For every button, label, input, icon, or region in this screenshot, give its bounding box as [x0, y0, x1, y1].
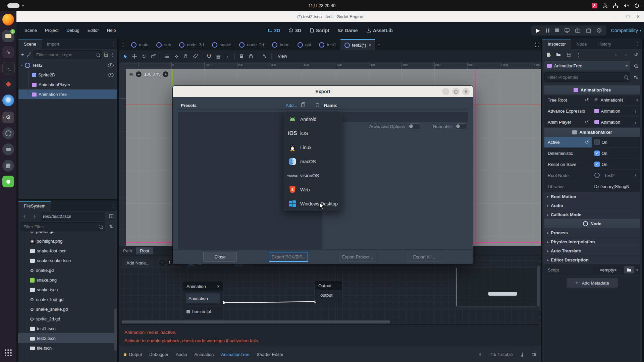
renderer-selector[interactable]: Compatibility▾	[611, 28, 641, 33]
scene-node-animationplayer[interactable]: AnimationPlayer	[18, 80, 117, 89]
scene-dock-menu-icon[interactable]: ⋮	[109, 40, 117, 48]
workspace-3d[interactable]: 3D	[289, 28, 301, 33]
green-app-dock-icon[interactable]	[2, 176, 14, 187]
network-icon[interactable]	[613, 3, 618, 8]
file-row[interactable]: ⚙snake_snake.gd	[18, 304, 117, 314]
group-root-motion[interactable]: ▸Root Motion	[544, 192, 640, 201]
window-minimize-button[interactable]: —	[615, 14, 620, 19]
expand-viewport-icon[interactable]	[533, 39, 541, 50]
nav-forward-icon[interactable]: ›	[31, 212, 39, 220]
graph-horizontal-scrollbar[interactable]	[122, 320, 390, 323]
menu-project[interactable]: Project	[42, 26, 62, 35]
pivot-tool-icon[interactable]: ⊹	[172, 52, 180, 60]
play-button[interactable]: ▶	[536, 27, 540, 34]
scene-filter-input[interactable]	[36, 52, 96, 58]
group-audio[interactable]: ▸Audio	[544, 201, 640, 210]
grid-snap-icon[interactable]: ▦	[214, 52, 222, 60]
tab-filesystem[interactable]: FileSystem	[18, 201, 51, 211]
output-graph-node[interactable]: Output output	[315, 281, 342, 303]
revert-icon[interactable]: ↺	[585, 119, 589, 125]
file-filter-input[interactable]	[23, 224, 99, 230]
export-dialog-title-bar[interactable]: Export — ▢ ✕	[173, 86, 473, 97]
new-resource-icon[interactable]	[544, 51, 552, 59]
workspace-assetlib[interactable]: AssetLib	[367, 28, 393, 33]
workspace-game[interactable]: Game	[338, 28, 358, 33]
checkbox-unchecked[interactable]	[594, 139, 600, 145]
media-dock-icon[interactable]: ∿	[2, 46, 14, 58]
scale-tool-icon[interactable]	[149, 52, 157, 60]
bottom-panel-animationtree-active[interactable]: AnimationTree	[221, 352, 249, 357]
platform-visionos[interactable]: visionOS visionOS	[284, 169, 342, 183]
group-editor-description[interactable]: ▸Editor Description	[544, 255, 640, 264]
object-history-icon[interactable]: ↺	[632, 51, 640, 59]
skeleton-options-icon[interactable]	[261, 52, 269, 60]
stop-button[interactable]	[555, 28, 559, 32]
view-menu-button[interactable]: View	[274, 52, 290, 60]
app-dock-icon-2[interactable]	[2, 143, 14, 155]
zoom-in-icon[interactable]: +	[163, 71, 168, 77]
play-scene-icon[interactable]	[575, 28, 580, 33]
group-physics-interpolation[interactable]: ▸Physics Interpolation	[544, 237, 640, 246]
pan-tool-icon[interactable]	[182, 52, 190, 60]
bottom-panel-audio[interactable]: Audio	[176, 352, 187, 357]
scene-tab-node3d[interactable]: node_3d	[175, 39, 208, 50]
category-animationmixer[interactable]: AnimationMixer	[544, 128, 640, 137]
visibility-eye-icon[interactable]	[108, 73, 114, 77]
animation-graph-node[interactable]: Animation× Animation horizontal	[183, 282, 223, 325]
export-all-button[interactable]: Export All...	[407, 252, 441, 262]
toggle-split-mode-icon[interactable]	[107, 212, 115, 220]
property-libraries[interactable]: Libraries Dictionary[StringN	[544, 181, 640, 192]
property-filter-input[interactable]	[547, 74, 624, 80]
revert-icon[interactable]: ↺	[585, 139, 589, 145]
play-custom-scene-icon[interactable]	[586, 28, 591, 33]
tab-scene[interactable]: Scene	[18, 40, 42, 49]
game-app-dock-icon[interactable]	[2, 78, 14, 90]
load-script-button[interactable]	[624, 266, 634, 274]
path-root-button[interactable]: Root	[136, 247, 153, 254]
file-row[interactable]: ⚙parent.gd	[18, 232, 117, 236]
history-back-icon[interactable]: ‹	[612, 51, 620, 59]
attach-script-icon[interactable]	[104, 51, 108, 59]
remote-debug-icon[interactable]	[565, 28, 570, 33]
scene-tab-node2d[interactable]: node_2d	[235, 39, 268, 50]
property-advance-expression[interactable]: Advance Expressio Animation⋮	[544, 106, 640, 117]
group-auto-translate[interactable]: ▸Auto Translate	[544, 246, 640, 255]
collapse-arrow-icon[interactable]: ▾	[21, 64, 23, 67]
firefox-dock-icon[interactable]	[2, 14, 14, 25]
app-dock-icon-3[interactable]	[2, 160, 14, 172]
animation-clip-name[interactable]: horizontal	[192, 309, 211, 314]
snap-options-icon[interactable]: ⋮	[224, 52, 232, 60]
new-tab-icon[interactable]: +	[375, 39, 383, 50]
app-dock-icon-1[interactable]	[2, 127, 14, 139]
save-resource-icon[interactable]	[565, 51, 573, 59]
file-row[interactable]: snake-foot.tscn	[18, 246, 117, 256]
checkbox-checked[interactable]: ✓	[594, 162, 600, 167]
more-icon[interactable]: ⋮	[633, 109, 638, 114]
inspector-menu-icon[interactable]: ⋮	[634, 40, 642, 48]
open-docs-icon[interactable]	[632, 62, 640, 70]
files-dock-icon[interactable]: 1	[2, 30, 14, 42]
move-tool-icon[interactable]	[130, 52, 139, 60]
mute-icon[interactable]	[479, 352, 483, 357]
file-row[interactable]: ⚙sprite_2d.gd	[18, 314, 117, 324]
scene-node-sprite2d[interactable]: Sprite2D	[18, 70, 117, 80]
scene-node-animationtree[interactable]: AnimationTree	[18, 89, 117, 99]
runnable-toggle[interactable]	[455, 123, 467, 129]
scene-tab-test2-active[interactable]: test2(*)×	[340, 39, 375, 50]
list-select-icon[interactable]	[163, 52, 171, 60]
property-root-node[interactable]: Root Node Test2⋮	[544, 170, 640, 181]
show-apps-icon[interactable]	[2, 347, 14, 359]
bottom-panel-shader-editor[interactable]: Shader Editor	[257, 352, 283, 357]
group-callback-mode[interactable]: ▸Callback Mode	[544, 210, 640, 219]
platform-ios[interactable]: iOS iOS	[284, 126, 342, 140]
bottom-panel-animation[interactable]: Animation	[194, 352, 214, 357]
file-row[interactable]: tile.tscn	[18, 343, 117, 353]
close-node-icon[interactable]: ×	[217, 284, 219, 289]
expand-bottom-panel-icon[interactable]	[532, 352, 536, 357]
rotate-tool-icon[interactable]: ↻	[140, 52, 148, 60]
menu-help[interactable]: Help	[104, 26, 119, 35]
resource-options-icon[interactable]: ⋮	[575, 51, 583, 59]
property-reset-on-save[interactable]: Reset on Save ✓On	[544, 159, 640, 170]
scene-node-root[interactable]: ▾ Test2	[18, 60, 117, 70]
path-breadcrumb[interactable]: res://test2.tscn	[41, 212, 105, 221]
